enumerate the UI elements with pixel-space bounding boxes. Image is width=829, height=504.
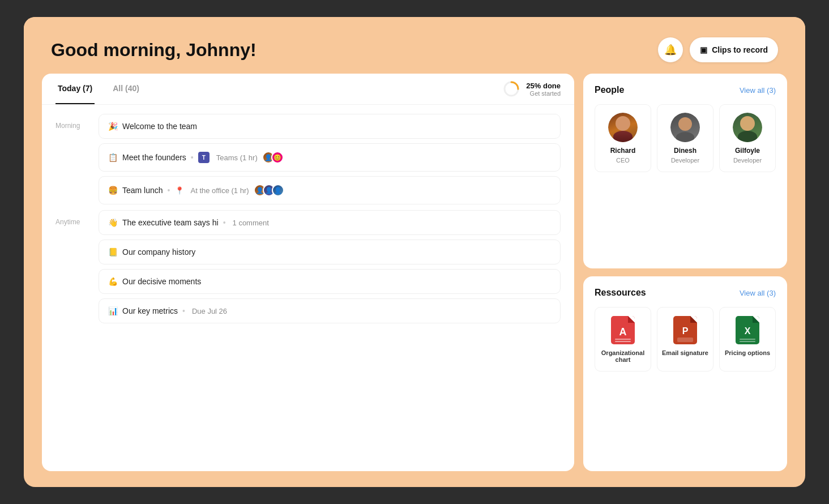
task-emoji-1: 🎉 (108, 122, 118, 131)
progress-area: 25% done Get started (502, 80, 561, 98)
header-actions: 🔔 ▣ Clips to record (658, 37, 778, 62)
task-title-3: Team lunch (122, 186, 163, 195)
richard-name: Richard (610, 147, 636, 155)
resource-pricing[interactable]: X Pricing options (719, 307, 776, 371)
task-founders[interactable]: 📋 Meet the founders • T Teams (1 hr) 👤 � (99, 143, 561, 172)
task-emoji-5: 📒 (108, 247, 118, 257)
resource-email-sig[interactable]: P Email signature (657, 307, 713, 371)
task-meta-2: Teams (1 hr) (216, 153, 258, 162)
resources-title: Ressources (595, 288, 646, 298)
separator-2: • (191, 153, 194, 162)
task-meta-7: Due Jul 26 (192, 307, 227, 315)
task-welcome[interactable]: 🎉 Welcome to the team (99, 114, 561, 139)
pricing-icon: X (735, 315, 760, 345)
location-pin: 📍 (175, 186, 184, 195)
dinesh-avatar (670, 113, 700, 142)
resources-grid: A Organizational chart (595, 307, 776, 371)
bell-button[interactable]: 🔔 (658, 37, 683, 62)
richard-avatar (608, 113, 638, 142)
gilfoyle-avatar (733, 113, 762, 142)
anytime-tasks: 👋 The executive team says hi • 1 comment… (99, 210, 561, 323)
people-title: People (595, 85, 624, 95)
org-chart-icon: A (610, 315, 635, 345)
clips-icon: ▣ (700, 45, 707, 54)
main-content: Today (7) All (40) 25% done Get started (24, 74, 805, 487)
anytime-section: Anytime 👋 The executive team says hi • 1… (55, 210, 561, 323)
app-window: Good morning, Johnny! 🔔 ▣ Clips to recor… (24, 17, 805, 487)
tab-all[interactable]: All (40) (110, 74, 142, 104)
resources-header: Ressources View all (3) (595, 288, 776, 298)
clips-button[interactable]: ▣ Clips to record (690, 37, 778, 62)
progress-sub: Get started (526, 90, 561, 97)
avatar-2: 😊 (271, 151, 284, 164)
resources-card: Ressources View all (3) A (583, 276, 787, 471)
task-hi[interactable]: 👋 The executive team says hi • 1 comment (99, 210, 561, 235)
task-title-1: Welcome to the team (122, 122, 197, 131)
task-avatars-2: 👤 😊 (262, 151, 284, 164)
clips-button-label: Clips to record (712, 45, 768, 54)
task-emoji-6: 💪 (108, 277, 118, 286)
progress-ring (502, 80, 520, 98)
person-gilfoyle[interactable]: Gilfoyle Developer (719, 104, 776, 172)
morning-label: Morning (55, 114, 89, 204)
left-panel: Today (7) All (40) 25% done Get started (42, 74, 574, 471)
tab-today[interactable]: Today (7) (55, 74, 95, 104)
teams-icon: T (198, 152, 210, 163)
task-meta-3: At the office (1 hr) (191, 186, 249, 195)
pricing-name: Pricing options (725, 349, 770, 356)
email-sig-icon: P (673, 315, 698, 345)
task-title-7: Our key metrics (122, 306, 178, 315)
people-card: People View all (3) Richard CEO (583, 74, 787, 268)
task-title-6: Our decisive moments (122, 277, 201, 286)
dinesh-role: Developer (671, 157, 699, 164)
dinesh-name: Dinesh (674, 147, 696, 155)
right-panel: People View all (3) Richard CEO (583, 74, 787, 471)
task-emoji-7: 📊 (108, 306, 118, 315)
task-title-5: Our company history (122, 247, 195, 257)
header: Good morning, Johnny! 🔔 ▣ Clips to recor… (24, 17, 805, 74)
task-metrics[interactable]: 📊 Our key metrics • Due Jul 26 (99, 298, 561, 323)
task-emoji-2: 📋 (108, 153, 118, 162)
task-title-4: The executive team says hi (122, 218, 219, 227)
person-dinesh[interactable]: Dinesh Developer (657, 104, 713, 172)
morning-section: Morning 🎉 Welcome to the team 📋 Meet the… (55, 114, 561, 204)
task-lunch[interactable]: 🍔 Team lunch • 📍 At the office (1 hr) 👤 (99, 176, 561, 204)
task-moments[interactable]: 💪 Our decisive moments (99, 269, 561, 294)
task-meta-4: 1 comment (233, 219, 269, 227)
morning-tasks: 🎉 Welcome to the team 📋 Meet the founder… (99, 114, 561, 204)
people-header: People View all (3) (595, 85, 776, 95)
people-grid: Richard CEO Dinesh Developer (595, 104, 776, 172)
tasks-body: Morning 🎉 Welcome to the team 📋 Meet the… (42, 105, 574, 471)
email-sig-name: Email signature (662, 349, 708, 356)
richard-role: CEO (616, 157, 630, 164)
separator-7: • (182, 306, 185, 315)
task-emoji-3: 🍔 (108, 186, 118, 195)
progress-text: 25% done Get started (526, 82, 561, 97)
task-title-2: Meet the founders (122, 153, 186, 162)
anytime-label: Anytime (55, 210, 89, 323)
people-view-all[interactable]: View all (3) (740, 86, 776, 95)
greeting: Good morning, Johnny! (51, 40, 257, 61)
gilfoyle-role: Developer (733, 157, 762, 164)
progress-label: 25% done (526, 82, 561, 90)
person-richard[interactable]: Richard CEO (595, 104, 651, 172)
tabs-header: Today (7) All (40) 25% done Get started (42, 74, 574, 105)
task-history[interactable]: 📒 Our company history (99, 240, 561, 264)
separator-4: • (223, 218, 226, 227)
org-chart-name: Organizational chart (600, 349, 646, 363)
resources-view-all[interactable]: View all (3) (740, 289, 776, 297)
resource-org-chart[interactable]: A Organizational chart (595, 307, 651, 371)
task-avatars-3: 👤 👤 👤 (254, 184, 284, 197)
gilfoyle-name: Gilfoyle (735, 147, 760, 155)
avatar-5: 👤 (272, 184, 284, 197)
separator-3: • (168, 186, 170, 195)
task-emoji-4: 👋 (108, 218, 118, 227)
